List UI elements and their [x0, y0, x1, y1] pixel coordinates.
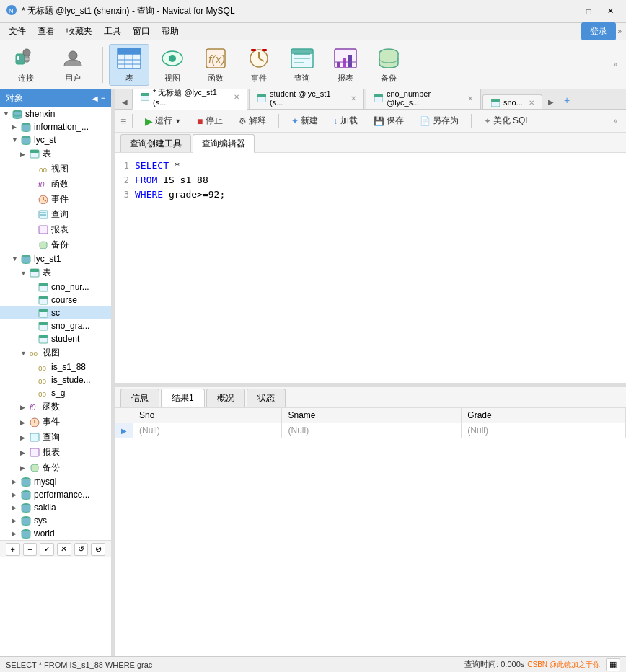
tree-item-lyc-st-backup[interactable]: 备份	[0, 237, 111, 252]
tree-item-lyc-st-table[interactable]: ▶ 表	[0, 146, 111, 162]
tree-item-is-student[interactable]: oo is_stude...	[0, 373, 111, 386]
tab-close-untitled[interactable]: ✕	[234, 93, 239, 101]
results-tab-status[interactable]: 状态	[247, 389, 286, 407]
tree-label-sno-grade: sno_gra...	[51, 321, 89, 331]
func-icon: f(x)	[203, 45, 229, 71]
tab-close-sno[interactable]: ✕	[529, 99, 534, 107]
tab-add-button[interactable]: +	[558, 92, 576, 109]
tree-item-world[interactable]: ▶ world	[0, 527, 111, 540]
add-record-button[interactable]: +	[6, 543, 20, 556]
new-button[interactable]: ✦ 新建	[285, 112, 325, 130]
tree-item-lyc-st1[interactable]: ▼ lyc_st1	[0, 252, 111, 265]
tree-item-lyc-st1-event[interactable]: ▶ 事件	[0, 415, 111, 430]
tab-close-student[interactable]: ✕	[351, 94, 356, 102]
tree-item-lyc-st1-query[interactable]: ▶ 查询	[0, 430, 111, 445]
tree-item-lyc-st1-table[interactable]: ▼ 表	[0, 265, 111, 280]
col-sname: Sname	[282, 408, 462, 423]
table-icon	[116, 45, 142, 71]
tree-item-lyc-st-event[interactable]: 事件	[0, 192, 111, 207]
menu-help[interactable]: 帮助	[156, 24, 185, 39]
qt-expand-icon[interactable]: »	[610, 115, 620, 126]
svg-rect-71	[30, 448, 39, 456]
results-tab-bar: 信息 结果1 概况 状态	[115, 387, 626, 407]
line-content-2: FROM IS_s1_88	[135, 173, 208, 187]
save-button[interactable]: 💾 保存	[367, 112, 410, 130]
menu-favorites[interactable]: 收藏夹	[61, 24, 98, 39]
results-tab-overview[interactable]: 概况	[206, 389, 245, 407]
tree-item-sc[interactable]: sc	[0, 306, 111, 319]
user-button[interactable]: 用户	[49, 44, 97, 86]
tab-cno-number[interactable]: cno_number @lyc_s... ✕	[366, 89, 481, 109]
event-button[interactable]: 事件	[239, 44, 279, 86]
main-layout: 对象 ◀ ≡ ▼ shenxin ▶ information_... ▼	[0, 89, 626, 656]
tab-untitled[interactable]: * 无标题 @lyc_st1 (s... ✕	[132, 89, 247, 110]
tree-item-lyc-st-func[interactable]: f0 函数	[0, 177, 111, 192]
tree-item-lyc-st[interactable]: ▼ lyc_st	[0, 133, 111, 146]
menu-file[interactable]: 文件	[3, 24, 32, 39]
load-button[interactable]: ↓ 加载	[327, 112, 364, 130]
minimize-button[interactable]: ─	[557, 4, 577, 19]
stop-button[interactable]: ■ 停止	[190, 112, 229, 130]
tree-item-lyc-st-report[interactable]: 报表	[0, 222, 111, 237]
results-tab-result1[interactable]: 结果1	[161, 389, 205, 407]
tree-item-lyc-st1-report[interactable]: ▶ 报表	[0, 445, 111, 460]
explain-button[interactable]: ⚙ 解释	[232, 112, 273, 130]
tree-item-mysql[interactable]: ▶ mysql	[0, 475, 111, 488]
save-as-button[interactable]: 📄 另存为	[413, 112, 465, 130]
menu-view[interactable]: 查看	[32, 24, 61, 39]
inner-tab-editor[interactable]: 查询编辑器	[193, 134, 255, 153]
run-button[interactable]: ▶ 运行 ▼	[138, 112, 188, 130]
delete-record-button[interactable]: −	[23, 543, 38, 556]
menu-window[interactable]: 窗口	[127, 24, 156, 39]
tree-item-lyc-st1-backup[interactable]: ▶ 备份	[0, 460, 111, 475]
tree-item-s-g[interactable]: oo s_g	[0, 386, 111, 399]
connect-button[interactable]: 连接	[6, 44, 46, 86]
results-tab-info[interactable]: 信息	[120, 389, 159, 407]
tree-item-performance[interactable]: ▶ performance...	[0, 488, 111, 501]
refresh-button[interactable]: ↺	[74, 543, 89, 556]
report-button[interactable]: 报表	[325, 44, 366, 86]
confirm-button[interactable]: ✓	[40, 543, 54, 556]
tree-item-lyc-st1-view[interactable]: ▼ oo 视图	[0, 345, 111, 361]
tree-item-sno-grade[interactable]: sno_gra...	[0, 319, 111, 332]
func-button[interactable]: f(x) 函数	[195, 44, 236, 86]
tree-item-lyc-st-query[interactable]: 查询	[0, 207, 111, 222]
inner-tab-designer[interactable]: 查询创建工具	[120, 134, 191, 152]
close-button[interactable]: ✕	[600, 4, 620, 19]
tab-student[interactable]: student @lyc_st1 (s... ✕	[249, 89, 364, 109]
results-table: Sno Sname Grade ▶ (Null) (Null) (Null)	[115, 407, 626, 438]
login-button[interactable]: 登录	[581, 22, 616, 40]
table-button[interactable]: 表	[109, 44, 149, 86]
tree-item-information[interactable]: ▶ information_...	[0, 120, 111, 133]
view-button[interactable]: 视图	[152, 44, 193, 86]
beautify-button[interactable]: ✦ 美化 SQL	[477, 112, 537, 130]
tree-item-course[interactable]: course	[0, 293, 111, 306]
results-tab-info-label: 信息	[131, 393, 149, 403]
tree-label-lyc-st1-query: 查询	[43, 431, 60, 443]
query-button[interactable]: 查询	[282, 44, 322, 86]
tree-item-lyc-st-view[interactable]: oo 视图	[0, 162, 111, 177]
tab-sno[interactable]: sno... ✕	[482, 94, 542, 109]
sql-editor[interactable]: 1 SELECT * 2 FROM IS_s1_88 3	[115, 153, 626, 384]
grid-view-button[interactable]: ▦	[606, 658, 620, 671]
hamburger-menu-icon[interactable]: ≡	[120, 115, 126, 127]
tree-item-sakila[interactable]: ▶ sakila	[0, 501, 111, 514]
tab-nav-prev[interactable]: ◀	[118, 95, 132, 109]
tree-item-cno-number[interactable]: cno_nur...	[0, 280, 111, 293]
query-icon	[289, 45, 315, 71]
tab-close-cno[interactable]: ✕	[467, 94, 473, 102]
tree-item-student[interactable]: student	[0, 332, 111, 345]
tree-item-shenxin[interactable]: ▼ shenxin	[0, 107, 111, 120]
tree-item-is-s1-88[interactable]: oo is_s1_88	[0, 361, 111, 373]
tree-item-lyc-st1-func[interactable]: ▶ f0 函数	[0, 399, 111, 415]
tab-nav-next[interactable]: ▶	[544, 95, 558, 109]
toolbar-more-icon[interactable]: »	[610, 59, 620, 70]
cancel-button-2[interactable]: ✕	[57, 543, 71, 556]
stop2-button[interactable]: ⊘	[91, 543, 105, 556]
menu-tools[interactable]: 工具	[98, 24, 127, 39]
backup-button[interactable]: 备份	[369, 44, 409, 86]
maximize-button[interactable]: □	[578, 4, 599, 19]
tree-item-sys[interactable]: ▶ sys	[0, 514, 111, 527]
results-tab-status-label: 状态	[257, 393, 275, 403]
cell-grade-1: (Null)	[462, 423, 626, 438]
